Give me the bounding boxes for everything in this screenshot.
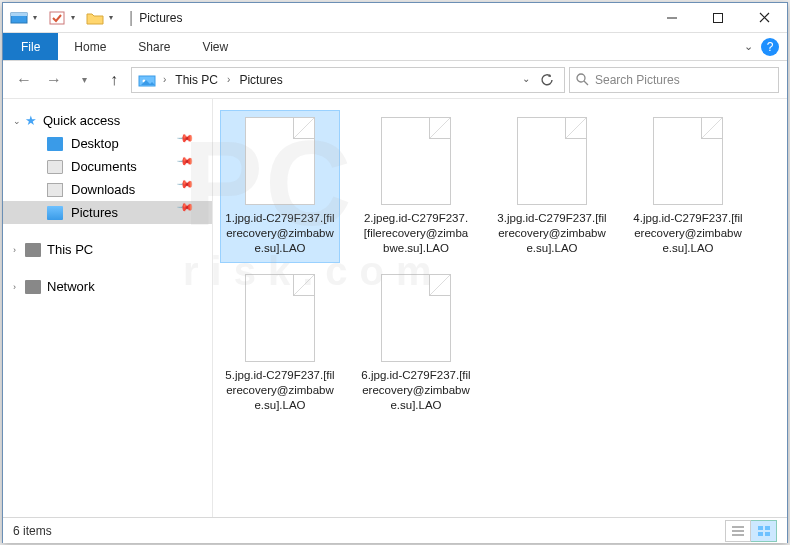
minimize-button[interactable] [649, 3, 695, 33]
sidebar-item-label: Pictures [71, 205, 118, 220]
sidebar-quick-access[interactable]: ⌄ ★ Quick access [3, 109, 212, 132]
recent-locations-icon[interactable]: ▾ [71, 67, 97, 93]
sidebar-item-pictures[interactable]: Pictures 📌 [3, 201, 212, 224]
network-icon [25, 280, 41, 294]
qat-dropdown-3-icon[interactable]: ▾ [109, 13, 119, 22]
svg-rect-9 [758, 532, 763, 536]
file-name: 5.jpg.id-C279F237.[filerecovery@zimbabwe… [225, 368, 335, 413]
breadcrumb-this-pc[interactable]: This PC [173, 73, 220, 87]
navigation-sidebar: ⌄ ★ Quick access Desktop 📌 Documents 📌 D… [3, 99, 213, 517]
thumbnails-view-button[interactable] [751, 520, 777, 542]
search-icon [576, 73, 589, 86]
breadcrumb-chevron-icon[interactable]: › [224, 74, 233, 85]
svg-rect-1 [11, 13, 27, 16]
pin-icon: 📌 [176, 198, 205, 227]
sidebar-this-pc[interactable]: › This PC [3, 238, 212, 261]
expand-icon[interactable]: › [13, 245, 16, 255]
breadcrumb-chevron-icon[interactable]: › [160, 74, 169, 85]
title-separator: | [129, 9, 133, 27]
sidebar-label: Network [47, 279, 95, 294]
file-name: 6.jpg.id-C279F237.[filerecovery@zimbabwe… [361, 368, 471, 413]
window-controls [649, 3, 787, 33]
expand-icon[interactable]: ⌄ [13, 116, 21, 126]
sidebar-item-downloads[interactable]: Downloads 📌 [3, 178, 212, 201]
tab-home[interactable]: Home [58, 33, 122, 60]
pictures-icon [47, 206, 63, 220]
desktop-icon [47, 137, 63, 151]
window-title: Pictures [139, 11, 182, 25]
blank-file-icon [245, 117, 315, 205]
file-name: 3.jpg.id-C279F237.[filerecovery@zimbabwe… [497, 211, 607, 256]
svg-rect-8 [765, 526, 770, 530]
blank-file-icon [517, 117, 587, 205]
explorer-window: ▾ ▾ ▾ | Pictures File Home S [2, 2, 788, 543]
blank-file-icon [653, 117, 723, 205]
ribbon-tabs: File Home Share View ⌄ ? [3, 33, 787, 61]
sidebar-item-label: Downloads [71, 182, 135, 197]
refresh-icon[interactable] [540, 73, 554, 87]
close-button[interactable] [741, 3, 787, 33]
svg-point-6 [577, 74, 585, 82]
expand-icon[interactable]: › [13, 282, 16, 292]
forward-button[interactable]: → [41, 67, 67, 93]
up-button[interactable]: ↑ [101, 67, 127, 93]
file-item[interactable]: 1.jpg.id-C279F237.[filerecovery@zimbabwe… [221, 111, 339, 262]
file-item[interactable]: 3.jpg.id-C279F237.[filerecovery@zimbabwe… [493, 111, 611, 262]
documents-icon [47, 160, 63, 174]
collapse-ribbon-icon[interactable]: ⌄ [744, 40, 753, 53]
sidebar-network[interactable]: › Network [3, 275, 212, 298]
title-bar: ▾ ▾ ▾ | Pictures [3, 3, 787, 33]
svg-rect-7 [758, 526, 763, 530]
quick-access-toolbar: ▾ ▾ ▾ [3, 7, 123, 29]
svg-rect-2 [50, 12, 64, 24]
blank-file-icon [381, 117, 451, 205]
qat-dropdown-2-icon[interactable]: ▾ [71, 13, 81, 22]
tab-view[interactable]: View [186, 33, 244, 60]
body-pane: ⌄ ★ Quick access Desktop 📌 Documents 📌 D… [3, 99, 787, 517]
sidebar-item-documents[interactable]: Documents 📌 [3, 155, 212, 178]
tab-share[interactable]: Share [122, 33, 186, 60]
navigation-bar: ← → ▾ ↑ › This PC › Pictures ⌄ Search P [3, 61, 787, 99]
file-name: 2.jpeg.id-C279F237.[filerecovery@zimbabw… [361, 211, 471, 256]
file-item[interactable]: 6.jpg.id-C279F237.[filerecovery@zimbabwe… [357, 268, 475, 419]
sidebar-label: This PC [47, 242, 93, 257]
maximize-button[interactable] [695, 3, 741, 33]
file-list-pane[interactable]: 1.jpg.id-C279F237.[filerecovery@zimbabwe… [213, 99, 787, 517]
folder-icon [83, 7, 107, 29]
details-view-button[interactable] [725, 520, 751, 542]
file-name: 1.jpg.id-C279F237.[filerecovery@zimbabwe… [225, 211, 335, 256]
pin-icon: 📌 [176, 152, 205, 181]
help-icon[interactable]: ? [761, 38, 779, 56]
pictures-folder-icon [138, 73, 156, 87]
star-icon: ★ [25, 113, 37, 128]
address-bar[interactable]: › This PC › Pictures ⌄ [131, 67, 565, 93]
properties-icon[interactable] [45, 7, 69, 29]
address-dropdown-icon[interactable]: ⌄ [522, 73, 530, 87]
blank-file-icon [245, 274, 315, 362]
item-count: 6 items [13, 524, 52, 538]
qat-dropdown-1-icon[interactable]: ▾ [33, 13, 43, 22]
pin-icon: 📌 [176, 129, 205, 158]
sidebar-label: Quick access [43, 113, 120, 128]
downloads-icon [47, 183, 63, 197]
explorer-icon[interactable] [7, 7, 31, 29]
blank-file-icon [381, 274, 451, 362]
breadcrumb-pictures[interactable]: Pictures [237, 73, 284, 87]
file-item[interactable]: 5.jpg.id-C279F237.[filerecovery@zimbabwe… [221, 268, 339, 419]
sidebar-item-desktop[interactable]: Desktop 📌 [3, 132, 212, 155]
sidebar-item-label: Documents [71, 159, 137, 174]
sidebar-item-label: Desktop [71, 136, 119, 151]
svg-rect-10 [765, 532, 770, 536]
file-tab[interactable]: File [3, 33, 58, 60]
file-item[interactable]: 4.jpg.id-C279F237.[filerecovery@zimbabwe… [629, 111, 747, 262]
back-button[interactable]: ← [11, 67, 37, 93]
search-placeholder: Search Pictures [595, 73, 680, 87]
status-bar: 6 items [3, 517, 787, 543]
file-item[interactable]: 2.jpeg.id-C279F237.[filerecovery@zimbabw… [357, 111, 475, 262]
pin-icon: 📌 [176, 175, 205, 204]
pc-icon [25, 243, 41, 257]
search-input[interactable]: Search Pictures [569, 67, 779, 93]
svg-rect-3 [714, 13, 723, 22]
file-name: 4.jpg.id-C279F237.[filerecovery@zimbabwe… [633, 211, 743, 256]
